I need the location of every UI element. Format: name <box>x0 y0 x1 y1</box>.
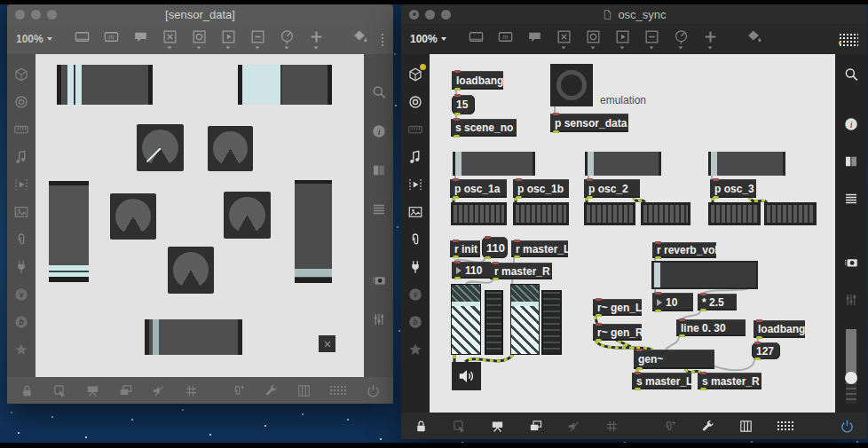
snapshot-camera-icon[interactable] <box>843 255 859 271</box>
piano-icon[interactable] <box>296 383 312 398</box>
titlebar[interactable]: osc_sync <box>401 4 867 24</box>
object-box-s-scene-no[interactable]: s scene_no <box>451 119 517 137</box>
multislider[interactable] <box>451 202 507 225</box>
new-button-button[interactable] <box>585 28 602 50</box>
new-toggle-button[interactable] <box>162 28 178 50</box>
object-box-p-osc-2[interactable]: p osc_2 <box>584 179 640 198</box>
object-box-s-master-l[interactable]: s master_L <box>632 373 691 389</box>
new-number-button[interactable] <box>643 28 660 50</box>
hslider[interactable] <box>585 152 661 176</box>
vslider[interactable] <box>49 181 89 282</box>
filters-icon[interactable] <box>843 292 859 308</box>
zoom-dropdown[interactable]: 100% <box>410 33 446 45</box>
dial[interactable] <box>137 124 184 171</box>
favorites-star-icon[interactable] <box>13 342 29 358</box>
keyboard-object-icon[interactable] <box>407 122 423 138</box>
object-box-mult-2-5[interactable]: * 2.5 <box>698 294 737 310</box>
multislider[interactable] <box>584 202 635 225</box>
mute-icon[interactable] <box>151 383 166 398</box>
object-box-s-master-r[interactable]: s master_R <box>698 373 761 389</box>
keyboard-object-icon[interactable] <box>13 122 29 138</box>
audio-target-icon[interactable] <box>407 94 423 110</box>
wrench-icon[interactable] <box>264 383 279 398</box>
new-object-button[interactable] <box>74 28 91 50</box>
presentation-icon[interactable] <box>490 419 505 434</box>
layers-icon[interactable] <box>118 383 133 398</box>
new-dial-button[interactable] <box>673 28 690 50</box>
lock-icon[interactable] <box>414 419 429 434</box>
vslider[interactable] <box>295 180 332 283</box>
favorites-star-icon[interactable] <box>407 342 423 358</box>
vizzie-icon[interactable] <box>13 287 29 303</box>
hslider[interactable] <box>238 65 332 105</box>
number-box-10[interactable]: 10 <box>652 293 693 311</box>
beap-icon[interactable] <box>407 314 423 330</box>
power-icon[interactable] <box>366 383 381 398</box>
gain-slider[interactable] <box>510 284 540 355</box>
close-button[interactable] <box>409 10 419 20</box>
object-box-p-osc-3[interactable]: p osc_3 <box>710 179 756 198</box>
beap-icon[interactable] <box>13 314 29 330</box>
zoom-button[interactable] <box>441 10 451 20</box>
add-more-button[interactable] <box>702 28 719 50</box>
dial[interactable] <box>224 192 271 239</box>
plug-icon[interactable] <box>13 259 29 275</box>
clip-add-icon[interactable] <box>231 383 246 398</box>
zoom-button[interactable] <box>47 10 57 20</box>
image-icon[interactable] <box>13 204 29 220</box>
new-message-button[interactable] <box>103 28 120 50</box>
multislider[interactable] <box>708 202 761 225</box>
image-icon[interactable] <box>407 204 423 220</box>
select-icon[interactable] <box>452 419 467 434</box>
info-icon[interactable] <box>843 116 859 132</box>
wrench-icon[interactable] <box>700 419 715 434</box>
dial[interactable] <box>110 193 156 240</box>
dial[interactable] <box>168 247 214 294</box>
grid-icon[interactable] <box>604 419 619 434</box>
zoom-slider-knob[interactable] <box>845 372 857 384</box>
search-icon[interactable] <box>843 67 859 83</box>
new-playbar-button[interactable] <box>614 28 631 50</box>
keypad-dots-icon[interactable] <box>777 420 794 432</box>
object-box-loadbang[interactable]: loadbang <box>452 71 503 90</box>
video-icon[interactable] <box>13 177 29 193</box>
grid-dots-icon[interactable] <box>381 33 384 46</box>
paperclip-icon[interactable] <box>13 232 29 248</box>
new-object-button[interactable] <box>468 28 485 50</box>
number-box-110[interactable]: 110 <box>452 262 491 279</box>
hslider[interactable] <box>651 261 758 289</box>
music-note-icon[interactable] <box>407 149 423 165</box>
object-box-gen[interactable]: gen~ <box>634 350 714 369</box>
object-box-loadbang-2[interactable]: loadbang <box>754 320 805 338</box>
grid-icon[interactable] <box>184 383 199 398</box>
power-icon[interactable] <box>840 419 855 434</box>
hslider[interactable] <box>708 152 785 176</box>
object-box-p-sensor-data[interactable]: p sensor_data <box>550 114 628 132</box>
vizzie-icon[interactable] <box>407 287 423 303</box>
close-button[interactable] <box>15 10 25 20</box>
multislider[interactable] <box>513 202 569 225</box>
titlebar[interactable]: [sensor_data] <box>7 4 393 24</box>
plug-icon[interactable] <box>407 259 423 275</box>
new-message-button[interactable] <box>497 28 514 50</box>
multislider[interactable] <box>641 202 690 225</box>
message-box-127[interactable]: 127 <box>752 342 780 359</box>
search-icon[interactable] <box>371 84 387 100</box>
zoom-dropdown[interactable]: 100% <box>16 33 52 45</box>
lock-icon[interactable] <box>20 383 35 398</box>
select-icon[interactable] <box>52 383 67 398</box>
object-box-p-osc-1b[interactable]: p osc_1b <box>513 179 569 198</box>
gain-slider[interactable] <box>451 284 481 355</box>
hslider[interactable] <box>57 65 153 105</box>
hslider[interactable] <box>453 152 535 176</box>
speaker-button[interactable] <box>452 362 481 390</box>
object-box-r-master-r[interactable]: r master_R <box>490 263 552 279</box>
music-note-icon[interactable] <box>13 149 29 165</box>
keypad-dots-icon[interactable] <box>329 385 347 397</box>
packages-icon[interactable] <box>407 67 423 83</box>
object-box-p-osc-1a[interactable]: p osc_1a <box>450 179 507 198</box>
video-icon[interactable] <box>407 177 423 193</box>
paint-bucket-button[interactable] <box>746 28 762 50</box>
dial[interactable] <box>208 126 253 171</box>
object-box-line-0-30[interactable]: line 0. 30 <box>676 319 746 336</box>
